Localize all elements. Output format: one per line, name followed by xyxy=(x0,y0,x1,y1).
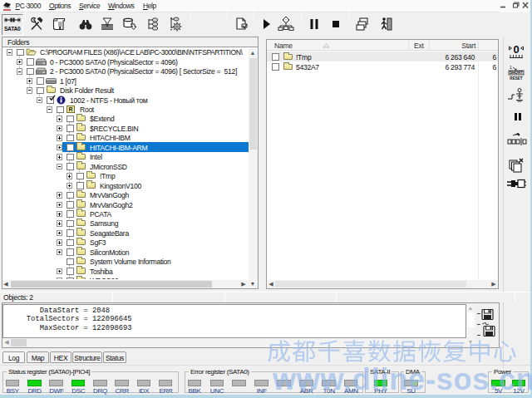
svg-text:1: 1 xyxy=(510,65,512,70)
svg-text:0: 0 xyxy=(513,43,519,56)
svg-text:SHORT: SHORT xyxy=(510,71,523,75)
svg-text:RESET: RESET xyxy=(510,76,523,81)
